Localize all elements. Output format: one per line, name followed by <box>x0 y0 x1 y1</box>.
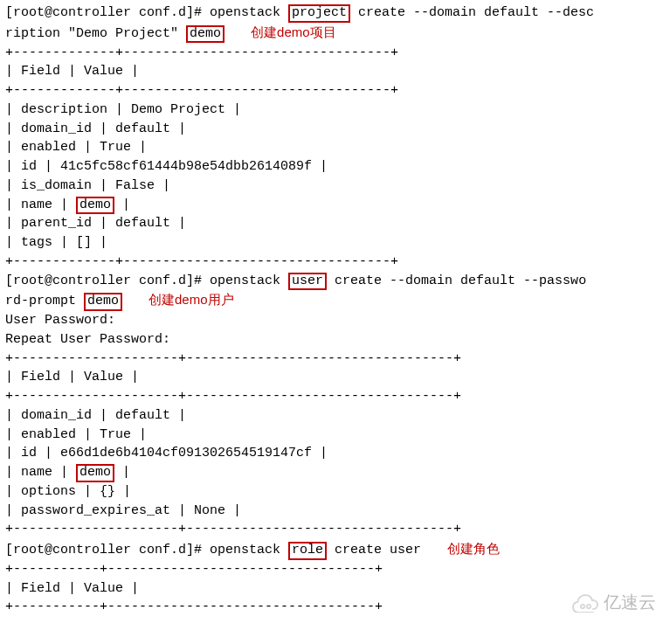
shell-prompt: [root@controller conf.d]# <box>5 5 210 20</box>
table1-row-is-domain: | is_domain | False | <box>5 177 658 196</box>
cmd1-pre: openstack <box>210 5 288 20</box>
password-repeat-prompt: Repeat User Password: <box>5 330 658 350</box>
cmd1-arg-box: demo <box>186 25 224 44</box>
table1-row-parent-id: | parent_id | default | <box>5 214 658 233</box>
table1-row-tags: | tags | [] | <box>5 233 658 253</box>
table1-row-id: | id | 41c5fc58cf61444b98e54dbb2614089f … <box>5 157 658 177</box>
cmd3-pre: openstack <box>210 543 288 557</box>
table2-row-options: | options | {} | <box>5 482 658 502</box>
table1-row-name-post: | <box>114 197 130 212</box>
cmd2-post: create --domain default --passwo <box>327 274 586 288</box>
cmd3-keyword-box: role <box>288 542 327 560</box>
shell-prompt-3: [root@controller conf.d]# <box>5 543 210 557</box>
table1-name-value-box: demo <box>76 197 114 215</box>
table3-border-top: +-----------+---------------------------… <box>5 560 658 579</box>
table1-row-enabled: | enabled | True | <box>5 138 658 157</box>
cmd2-pre: openstack <box>210 274 288 288</box>
table2-border-top: +---------------------+-----------------… <box>5 350 658 369</box>
table2-row-password-expires: | password_expires_at | None | <box>5 502 658 521</box>
table2-row-id: | id | e66d1de6b4104cf091302654519147cf … <box>5 444 658 463</box>
svg-point-0 <box>581 604 584 607</box>
table1-row-description: | description | Demo Project | <box>5 100 658 120</box>
shell-prompt-2: [root@controller conf.d]# <box>5 274 210 288</box>
table1-header: | Field | Value | <box>5 62 658 81</box>
table1-border-top: +-------------+-------------------------… <box>5 44 658 63</box>
table2-border-mid: +---------------------+-----------------… <box>5 387 658 406</box>
annot-3: 创建角色 <box>447 539 500 558</box>
table1-row-name-pre: | name | <box>5 197 76 212</box>
cmd2-keyword-box: user <box>288 273 327 291</box>
table3-header: | Field | Value | <box>5 579 658 599</box>
cmd3-post: create user <box>327 543 421 557</box>
table2-row-name: | name | demo | <box>5 463 658 482</box>
table1-border-mid: +-------------+-------------------------… <box>5 81 658 100</box>
table2-row-enabled: | enabled | True | <box>5 426 658 445</box>
cloud-icon <box>570 593 600 613</box>
watermark: 亿速云 <box>570 590 656 615</box>
password-prompt: User Password: <box>5 311 658 330</box>
watermark-text: 亿速云 <box>604 590 656 615</box>
cmd1-line2-pre: ription "Demo Project" <box>5 26 186 41</box>
table2-row-name-post: | <box>114 465 130 480</box>
table1-row-name: | name | demo | <box>5 196 658 215</box>
annot-1: 创建demo项目 <box>251 23 336 42</box>
svg-point-1 <box>587 604 590 607</box>
table1-border-bot: +-------------+-------------------------… <box>5 253 658 272</box>
cmd1-keyword-box: project <box>288 4 350 23</box>
table2-name-value-box: demo <box>76 464 114 482</box>
annot-2: 创建demo用户 <box>148 290 234 309</box>
cmd2-line2-pre: rd-prompt <box>5 294 84 308</box>
cmd2-arg-box: demo <box>84 293 122 311</box>
cmd1-post: create --domain default --desc <box>350 5 594 20</box>
table2-header: | Field | Value | <box>5 368 658 387</box>
table2-row-domain-id: | domain_id | default | <box>5 406 658 426</box>
table3-border-mid: +-----------+---------------------------… <box>5 598 658 617</box>
table2-row-name-pre: | name | <box>5 465 76 480</box>
table2-border-bot: +---------------------+-----------------… <box>5 520 658 539</box>
table1-row-domain-id: | domain_id | default | <box>5 120 658 139</box>
